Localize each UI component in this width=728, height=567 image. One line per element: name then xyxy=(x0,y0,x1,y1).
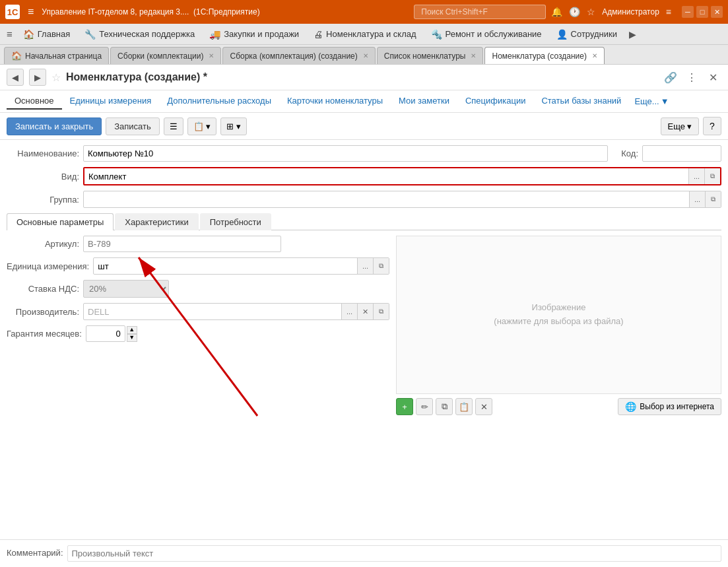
inner-tab-params[interactable]: Основные параметры xyxy=(7,213,114,230)
image-placeholder-line1: Изображение xyxy=(532,301,586,315)
nds-select[interactable]: 20% xyxy=(83,280,169,298)
minimize-button[interactable]: ─ xyxy=(682,6,694,18)
nav-back-button[interactable]: ◀ xyxy=(7,69,24,86)
manufacturer-field[interactable]: ... ✕ ⧉ xyxy=(83,303,389,320)
name-row: Наименование: Код: xyxy=(7,145,721,162)
guarantee-input[interactable] xyxy=(86,325,125,342)
user-name: Администратор xyxy=(602,7,659,17)
save-close-button[interactable]: Записать и закрыть xyxy=(7,117,102,135)
tab-assemblies[interactable]: Сборки (комплектации) ✕ xyxy=(110,47,221,64)
repair-menu-icon: 🔩 xyxy=(431,29,442,40)
sub-tab-knowledge[interactable]: Статьи базы знаний xyxy=(533,93,629,110)
home-menu-icon: 🏠 xyxy=(23,29,34,40)
name-input[interactable] xyxy=(83,145,608,162)
menu-purchases[interactable]: 🚚 Закупки и продажи xyxy=(203,26,306,42)
tab-assembly-create-close[interactable]: ✕ xyxy=(363,52,368,59)
article-label: Артикул: xyxy=(7,239,79,249)
manufacturer-open-button[interactable]: ⧉ xyxy=(373,304,389,319)
guarantee-up-button[interactable]: ▲ xyxy=(127,326,137,334)
hamburger-menu-icon[interactable]: ≡ xyxy=(28,6,34,18)
vid-browse-button[interactable]: ... xyxy=(688,168,704,184)
sub-tab-main[interactable]: Основное xyxy=(7,93,62,110)
guarantee-label: Гарантия месяцев: xyxy=(7,329,82,339)
manufacturer-browse-button[interactable]: ... xyxy=(341,304,357,319)
menu-support[interactable]: 🔧 Техническая поддержка xyxy=(78,26,201,42)
user-settings-icon[interactable]: ≡ xyxy=(666,7,671,17)
tab-assemblies-close[interactable]: ✕ xyxy=(209,52,214,59)
tab-nomenclature-list-close[interactable]: ✕ xyxy=(471,52,476,59)
unit-browse-button[interactable]: ... xyxy=(357,258,373,274)
title-bar-actions: 🔔 🕐 ☆ Администратор ≡ xyxy=(551,7,671,17)
tab-nomenclature-create-close[interactable]: ✕ xyxy=(592,52,597,59)
group-open-button[interactable]: ⧉ xyxy=(705,191,721,207)
unit-input[interactable] xyxy=(94,259,357,274)
global-search-input[interactable] xyxy=(414,5,546,19)
image-copy-button[interactable]: ⧉ xyxy=(436,398,453,415)
window-controls: ─ □ ✕ xyxy=(682,6,723,18)
article-input[interactable] xyxy=(83,236,281,252)
vid-field[interactable]: ... ⧉ xyxy=(83,167,721,185)
save-button[interactable]: Записать xyxy=(106,117,160,135)
more-button[interactable]: Еще ▾ xyxy=(661,117,699,135)
table-view-button[interactable]: ⊞ ▾ xyxy=(220,117,247,135)
vid-open-button[interactable]: ⧉ xyxy=(704,168,720,184)
inner-tab-characteristics[interactable]: Характеристики xyxy=(115,213,198,230)
sub-tab-more[interactable]: Еще... ▼ xyxy=(629,94,674,109)
nav-forward-button[interactable]: ▶ xyxy=(29,69,46,86)
unit-open-button[interactable]: ⧉ xyxy=(373,258,389,274)
tabs-bar: 🏠 Начальная страница Сборки (комплектаци… xyxy=(0,45,728,65)
manufacturer-clear-button[interactable]: ✕ xyxy=(357,304,373,319)
vid-input[interactable] xyxy=(84,169,688,184)
inner-tab-needs[interactable]: Потребности xyxy=(200,213,271,230)
unit-label: Единица измерения: xyxy=(7,261,89,271)
code-input[interactable] xyxy=(642,145,721,162)
unit-field[interactable]: ... ⧉ xyxy=(93,257,389,275)
tab-nomenclature-list[interactable]: Список номенклатуры ✕ xyxy=(377,47,484,64)
close-button[interactable]: ✕ xyxy=(711,6,723,18)
manufacturer-input[interactable] xyxy=(84,304,341,319)
tab-assembly-create[interactable]: Сборка (комплектация) (создание) ✕ xyxy=(222,47,375,64)
help-button[interactable]: ? xyxy=(703,117,721,135)
menu-staff[interactable]: 👤 Сотрудники xyxy=(550,26,624,42)
favorites-icon[interactable]: ☆ xyxy=(587,7,595,17)
group-field[interactable]: ... ⧉ xyxy=(83,191,721,208)
menu-nomenclature[interactable]: 🖨 Номенклатура и склад xyxy=(307,26,422,42)
close-doc-button[interactable]: ✕ xyxy=(704,69,721,86)
manufacturer-label: Производитель: xyxy=(7,307,79,317)
comment-input[interactable] xyxy=(67,545,722,562)
menu-home[interactable]: 🏠 Главная xyxy=(17,26,77,42)
sub-tab-cards[interactable]: Карточки номенклатуры xyxy=(279,93,391,110)
group-label: Группа: xyxy=(7,195,79,205)
tab-home[interactable]: 🏠 Начальная страница xyxy=(4,47,109,64)
sub-tab-notes[interactable]: Мои заметки xyxy=(391,93,457,110)
dropdown-view-button[interactable]: 📋 ▾ xyxy=(187,117,217,135)
sub-tab-specs[interactable]: Спецификации xyxy=(457,93,534,110)
list-view-button[interactable]: ☰ xyxy=(164,117,183,135)
favorite-star-icon[interactable]: ☆ xyxy=(51,71,61,84)
group-browse-button[interactable]: ... xyxy=(689,191,705,207)
menu-repair[interactable]: 🔩 Ремонт и обслуживание xyxy=(424,26,548,42)
notification-icon[interactable]: 🔔 xyxy=(551,7,562,17)
web-search-button[interactable]: 🌐 Выбор из интернета xyxy=(618,398,721,415)
more-options-button[interactable]: ⋮ xyxy=(683,69,700,86)
purchases-menu-icon: 🚚 xyxy=(209,29,220,40)
menu-hamburger-icon[interactable]: ≡ xyxy=(7,28,13,40)
image-paste-button[interactable]: 📋 xyxy=(455,398,473,415)
guarantee-down-button[interactable]: ▼ xyxy=(127,334,137,342)
link-icon-button[interactable]: 🔗 xyxy=(662,69,679,86)
form-area: Наименование: Код: Вид: ... ⧉ Группа: xyxy=(0,140,728,539)
image-placeholder[interactable]: Изображение (нажмите для выбора из файла… xyxy=(396,236,721,394)
main-content: ◀ ▶ ☆ Номенклатура (создание) * 🔗 ⋮ ✕ Ос… xyxy=(0,65,728,567)
sub-tab-units[interactable]: Единицы измерения xyxy=(62,93,160,110)
doc-header-actions: 🔗 ⋮ ✕ xyxy=(662,69,721,86)
image-delete-button[interactable]: ✕ xyxy=(475,398,492,415)
group-input[interactable] xyxy=(84,192,689,207)
tab-nomenclature-create[interactable]: Номенклатура (создание) ✕ xyxy=(484,47,604,64)
menu-bar: ≡ 🏠 Главная 🔧 Техническая поддержка 🚚 За… xyxy=(0,24,728,45)
sub-tab-extra-costs[interactable]: Дополнительные расходы xyxy=(159,93,279,110)
menu-right-arrow[interactable]: ▶ xyxy=(625,26,640,42)
history-icon[interactable]: 🕐 xyxy=(569,7,580,17)
image-add-button[interactable]: + xyxy=(396,398,413,415)
maximize-button[interactable]: □ xyxy=(696,6,708,18)
image-edit-button[interactable]: ✏ xyxy=(416,398,433,415)
